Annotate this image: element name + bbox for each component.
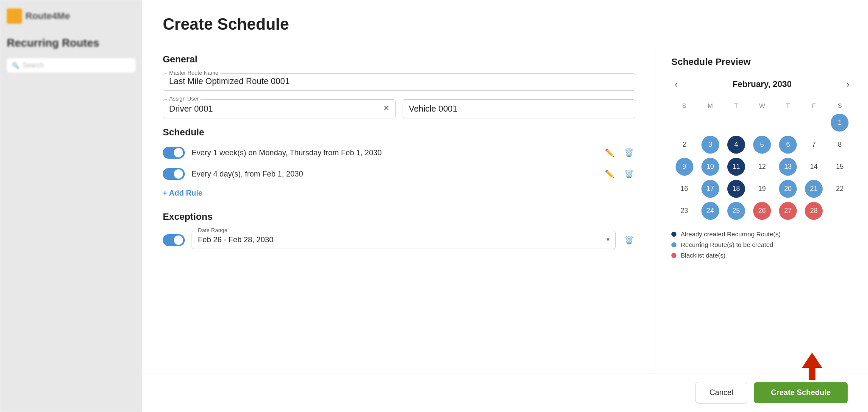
calendar-cell[interactable]: 20 xyxy=(775,178,801,200)
calendar-cell xyxy=(697,112,723,134)
exceptions-section: Exceptions Date Range Feb 26 - Feb 28, 2… xyxy=(163,211,635,249)
calendar-cell[interactable]: 7 xyxy=(801,134,827,156)
calendar-cell[interactable]: 11 xyxy=(723,156,749,178)
calendar-cell[interactable]: 18 xyxy=(723,178,749,200)
calendar-day[interactable]: 17 xyxy=(701,180,719,198)
calendar-cell[interactable]: 5 xyxy=(749,134,775,156)
calendar-cell[interactable]: 22 xyxy=(827,178,853,200)
vehicle-wrapper[interactable]: Vehicle 0001 xyxy=(403,99,636,118)
calendar-day[interactable]: 3 xyxy=(701,136,719,154)
calendar-cell[interactable]: 8 xyxy=(827,134,853,156)
calendar-cell[interactable]: 13 xyxy=(775,156,801,178)
calendar-day[interactable]: 4 xyxy=(727,136,745,154)
calendar-day[interactable]: 8 xyxy=(831,136,849,154)
calendar-day[interactable]: 28 xyxy=(805,202,823,220)
calendar-grid: SMTWTFS 12345678910111213141516171819202… xyxy=(671,99,853,222)
calendar-day[interactable]: 16 xyxy=(676,180,693,198)
calendar-day[interactable]: 6 xyxy=(779,136,797,154)
calendar-cell[interactable]: 4 xyxy=(723,134,749,156)
sidebar-search[interactable]: 🔍 Search xyxy=(7,58,136,73)
calendar-day[interactable]: 25 xyxy=(727,202,745,220)
calendar-cell[interactable]: 23 xyxy=(671,200,697,222)
sidebar: Route4Me Recurring Routes 🔍 Search xyxy=(0,0,142,412)
calendar-day[interactable]: 22 xyxy=(831,180,849,198)
modal-area: Create Schedule General Master Route Nam… xyxy=(142,0,868,412)
date-range-wrapper[interactable]: Date Range Feb 26 - Feb 28, 2030 ▾ xyxy=(192,231,616,249)
modal-content: Create Schedule General Master Route Nam… xyxy=(142,0,868,412)
calendar-day[interactable]: 23 xyxy=(676,202,693,220)
search-icon: 🔍 xyxy=(12,62,19,69)
calendar-day[interactable]: 19 xyxy=(753,180,771,198)
cancel-button[interactable]: Cancel xyxy=(696,382,747,404)
clear-user-button[interactable]: ✕ xyxy=(383,104,389,113)
weekday-header-cell: T xyxy=(775,99,801,112)
calendar-day[interactable]: 27 xyxy=(779,202,797,220)
calendar-day[interactable]: 24 xyxy=(701,202,719,220)
calendar-cell[interactable]: 19 xyxy=(749,178,775,200)
create-button-wrapper: Create Schedule xyxy=(754,382,848,403)
calendar-cell xyxy=(723,112,749,134)
date-range-dropdown-icon: ▾ xyxy=(606,236,609,243)
legend-dot xyxy=(671,232,676,237)
legend-text: Blacklist date(s) xyxy=(681,252,726,259)
create-schedule-button[interactable]: Create Schedule xyxy=(754,382,848,403)
rule-toggle-0[interactable] xyxy=(163,147,185,159)
calendar-cell[interactable]: 9 xyxy=(671,156,697,178)
calendar-cell[interactable]: 2 xyxy=(671,134,697,156)
svg-marker-0 xyxy=(802,353,822,380)
calendar-day[interactable]: 7 xyxy=(805,136,823,154)
prev-month-button[interactable]: ‹ xyxy=(671,78,681,91)
master-route-wrapper[interactable]: Master Route Name Last Mile Optimized Ro… xyxy=(163,73,635,91)
red-arrow-indicator xyxy=(802,353,822,380)
calendar-cell[interactable]: 27 xyxy=(775,200,801,222)
delete-rule-0-button[interactable]: 🗑️ xyxy=(623,146,635,159)
rule-toggle-1[interactable] xyxy=(163,168,185,180)
master-route-field: Master Route Name Last Mile Optimized Ro… xyxy=(163,73,635,91)
calendar-day[interactable]: 9 xyxy=(676,158,693,176)
calendar-cell xyxy=(671,112,697,134)
calendar-cell[interactable]: 15 xyxy=(827,156,853,178)
date-range-value: Feb 26 - Feb 28, 2030 xyxy=(198,234,273,244)
weekday-header-cell: W xyxy=(749,99,775,112)
calendar-cell[interactable]: 10 xyxy=(697,156,723,178)
calendar-day[interactable]: 12 xyxy=(753,158,771,176)
delete-exception-0-button[interactable]: 🗑️ xyxy=(623,234,635,247)
calendar-cell[interactable]: 26 xyxy=(749,200,775,222)
calendar-day[interactable]: 11 xyxy=(727,158,745,176)
calendar-cell[interactable]: 21 xyxy=(801,178,827,200)
calendar-day[interactable]: 1 xyxy=(831,114,849,132)
assign-user-wrapper[interactable]: Assign User Driver 0001 ✕ xyxy=(163,99,396,118)
calendar-cell[interactable]: 25 xyxy=(723,200,749,222)
edit-rule-1-button[interactable]: ✏️ xyxy=(603,168,616,180)
calendar-day[interactable]: 26 xyxy=(753,202,771,220)
calendar-day[interactable]: 14 xyxy=(805,158,823,176)
delete-rule-1-button[interactable]: 🗑️ xyxy=(623,168,635,180)
calendar-cell[interactable]: 6 xyxy=(775,134,801,156)
calendar-cell[interactable]: 16 xyxy=(671,178,697,200)
next-month-button[interactable]: › xyxy=(843,78,853,91)
calendar-cell[interactable]: 14 xyxy=(801,156,827,178)
general-section-title: General xyxy=(163,54,635,65)
search-placeholder: Search xyxy=(22,62,44,69)
calendar-day[interactable]: 20 xyxy=(779,180,797,198)
calendar-day[interactable]: 5 xyxy=(753,136,771,154)
calendar-day[interactable]: 15 xyxy=(831,158,849,176)
calendar-day[interactable]: 21 xyxy=(805,180,823,198)
add-rule-button[interactable]: + Add Rule xyxy=(163,189,203,198)
calendar-day[interactable]: 10 xyxy=(701,158,719,176)
calendar-day[interactable]: 2 xyxy=(676,136,693,154)
calendar-day[interactable]: 13 xyxy=(779,158,797,176)
calendar-cell[interactable]: 17 xyxy=(697,178,723,200)
user-vehicle-row: Assign User Driver 0001 ✕ Vehicle 0001 xyxy=(163,99,635,118)
legend-dot xyxy=(671,242,676,247)
calendar-cell[interactable]: 28 xyxy=(801,200,827,222)
exception-toggle-0[interactable] xyxy=(163,234,185,246)
edit-rule-0-button[interactable]: ✏️ xyxy=(603,146,616,159)
calendar-cell[interactable]: 24 xyxy=(697,200,723,222)
calendar-cell[interactable]: 1 xyxy=(827,112,853,134)
master-route-label: Master Route Name xyxy=(167,70,220,76)
calendar-cell[interactable]: 3 xyxy=(697,134,723,156)
assign-user-value: Driver 0001 xyxy=(169,102,213,114)
calendar-cell[interactable]: 12 xyxy=(749,156,775,178)
calendar-day[interactable]: 18 xyxy=(727,180,745,198)
